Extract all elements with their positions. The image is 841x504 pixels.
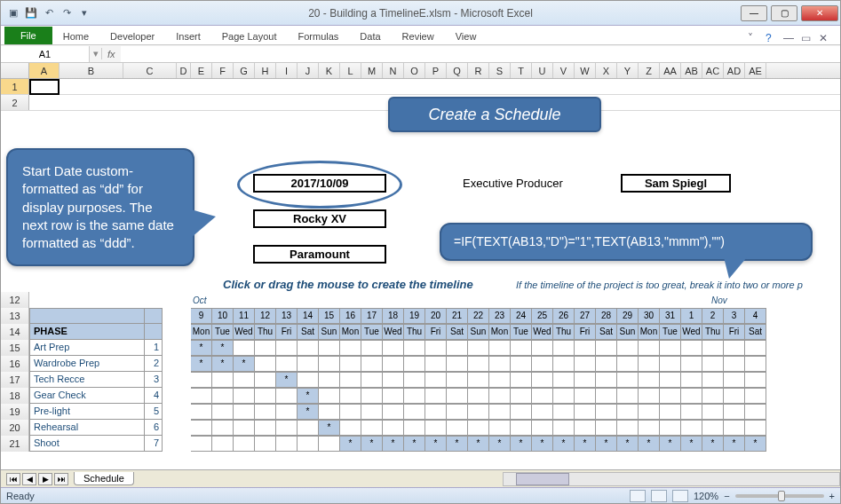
quick-access-toolbar: ▣ 💾 ↶ ↷ ▾ [1, 6, 97, 20]
row-2[interactable]: 2 [1, 95, 29, 110]
sheet-nav-last-icon[interactable]: ⏭ [54, 473, 68, 485]
save-icon[interactable]: 💾 [24, 6, 38, 20]
callout-formula-text: =IF(TEXT(AB13,"D")="1",TEXT(AB13,"mmm"),… [454, 234, 725, 248]
minimize-ribbon-icon[interactable]: ˅ [748, 32, 760, 44]
status-bar: Ready 120% − + [1, 487, 840, 503]
view-layout-icon[interactable] [651, 490, 667, 502]
tab-formulas[interactable]: Formulas [288, 28, 350, 44]
name-box[interactable]: A1 [1, 46, 90, 62]
exec-producer-label: Executive Producer [463, 177, 563, 190]
callout-date-format-text: Start Date custom-formatted as “dd” for … [22, 163, 174, 250]
sheet-nav-next-icon[interactable]: ▶ [38, 473, 52, 485]
tab-file[interactable]: File [4, 27, 52, 44]
formula-bar: A1 ▾ fx [1, 45, 840, 63]
callout-date-format: Start Date custom-formatted as “dd” for … [6, 148, 194, 266]
horizontal-scrollbar[interactable] [503, 472, 840, 486]
close-button[interactable]: ✕ [801, 5, 838, 21]
schedule-banner: Create a Schedule [388, 97, 601, 132]
row-1[interactable]: 1 [1, 79, 29, 94]
redo-icon[interactable]: ↷ [60, 6, 74, 20]
view-pagebreak-icon[interactable] [672, 490, 688, 502]
excel-icon: ▣ [6, 6, 20, 20]
col-B[interactable]: B [60, 63, 123, 78]
instruction-note: If the timeline of the project is too gr… [516, 280, 803, 290]
timeline-grid: 9101112131415161718192021222324252627282… [29, 308, 840, 452]
sheet-tab-bar: ⏮ ◀ ▶ ⏭ Schedule [1, 469, 840, 487]
title-box[interactable]: Rocky XV [253, 209, 386, 228]
zoom-level[interactable]: 120% [694, 491, 718, 501]
column-headers: A B C D E F G H I J K L M N O P Q R S T … [1, 63, 840, 79]
callout-formula: =IF(TEXT(AB13,"D")="1",TEXT(AB13,"mmm"),… [440, 223, 813, 261]
tab-review[interactable]: Review [392, 28, 445, 44]
sheet-nav-prev-icon[interactable]: ◀ [22, 473, 36, 485]
col-A[interactable]: A [29, 63, 60, 78]
zoom-out-icon[interactable]: − [724, 491, 729, 501]
month-nov: Nov [711, 295, 727, 305]
qat-dropdown-icon[interactable]: ▾ [77, 6, 91, 20]
instruction-main: Click or drag the mouse to create the ti… [223, 278, 473, 291]
tab-home[interactable]: Home [52, 28, 99, 44]
workbook-close-icon[interactable]: ✕ [819, 32, 831, 44]
zoom-slider[interactable] [735, 494, 824, 498]
window-buttons: — ▢ ✕ [739, 3, 840, 24]
help-icon[interactable]: ? [766, 32, 778, 44]
undo-icon[interactable]: ↶ [42, 6, 56, 20]
maximize-button[interactable]: ▢ [771, 5, 797, 21]
sheet-nav-first-icon[interactable]: ⏮ [6, 473, 20, 485]
status-text: Ready [6, 491, 35, 501]
exec-producer-box[interactable]: Sam Spiegl [621, 174, 731, 193]
window-title: 20 - Building a TimelineE.xlsm - Microso… [308, 7, 533, 20]
timeline-row-headers: 12 13 14 15 16 17 18 19 20 21 [1, 292, 29, 452]
select-all-corner[interactable] [1, 63, 29, 78]
studio-box[interactable]: Paramount [253, 245, 386, 264]
start-date-box[interactable]: 2017/10/09 [253, 174, 386, 193]
worksheet-grid[interactable]: A B C D E F G H I J K L M N O P Q R S T … [1, 63, 840, 480]
tab-view[interactable]: View [445, 28, 488, 44]
col-D[interactable]: D [177, 63, 191, 78]
tab-page-layout[interactable]: Page Layout [211, 28, 288, 44]
minimize-button[interactable]: — [741, 5, 767, 21]
tab-insert[interactable]: Insert [165, 28, 211, 44]
name-box-dropdown-icon[interactable]: ▾ [90, 48, 102, 59]
sheet-tab-schedule[interactable]: Schedule [74, 472, 134, 485]
col-C[interactable]: C [123, 63, 177, 78]
zoom-in-icon[interactable]: + [829, 491, 835, 501]
view-normal-icon[interactable] [630, 490, 646, 502]
month-oct: Oct [193, 295, 207, 305]
formula-input[interactable] [121, 46, 840, 62]
fx-icon[interactable]: fx [102, 49, 121, 59]
tab-data[interactable]: Data [349, 28, 391, 44]
workbook-min-icon[interactable]: — [783, 32, 796, 44]
tab-developer[interactable]: Developer [99, 28, 165, 44]
titlebar: ▣ 💾 ↶ ↷ ▾ 20 - Building a TimelineE.xlsm… [1, 1, 840, 26]
ribbon: File Home Developer Insert Page Layout F… [1, 26, 840, 45]
workbook-restore-icon[interactable]: ▭ [801, 32, 813, 44]
